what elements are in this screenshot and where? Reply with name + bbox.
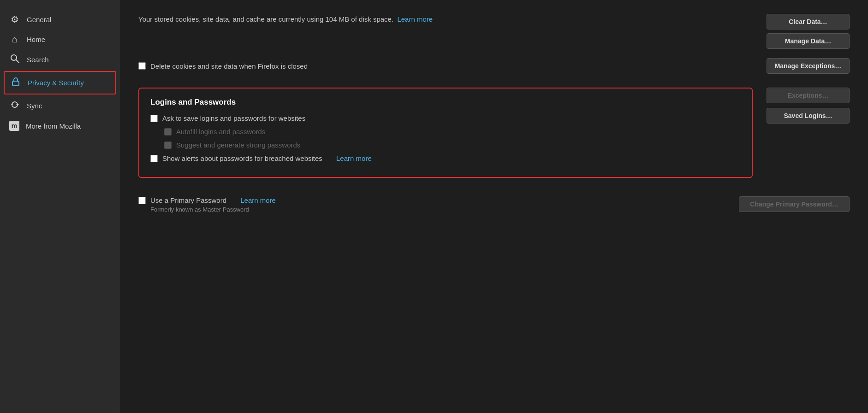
primary-password-left: Use a Primary Password Learn more Former… <box>138 196 276 213</box>
autofill-label: Autofill logins and passwords <box>176 128 265 136</box>
show-alerts-label[interactable]: Show alerts about passwords for breached… <box>162 154 322 162</box>
delete-cookies-checkbox-row: Delete cookies and site data when Firefo… <box>138 62 308 70</box>
suggest-label: Suggest and generate strong passwords <box>176 141 300 149</box>
home-icon: ⌂ <box>9 34 20 45</box>
manage-exceptions-button[interactable]: Manage Exceptions… <box>767 58 850 74</box>
primary-password-learn-more-link[interactable]: Learn more <box>240 196 276 204</box>
cookies-action-buttons: Clear Data… Manage Data… <box>757 14 850 49</box>
breached-learn-more-link[interactable]: Learn more <box>336 154 372 162</box>
main-content: Your stored cookies, site data, and cach… <box>120 0 868 413</box>
delete-cookies-row: Delete cookies and site data when Firefo… <box>138 58 850 74</box>
logins-action-buttons: Exceptions… Saved Logins… <box>753 88 850 124</box>
sidebar-item-general[interactable]: ⚙ General <box>0 9 120 30</box>
sidebar-item-label: More from Mozilla <box>26 122 81 130</box>
manage-data-button[interactable]: Manage Data… <box>767 33 850 49</box>
exceptions-button: Exceptions… <box>767 88 850 103</box>
suggest-checkbox <box>164 142 172 149</box>
sidebar-item-more-mozilla[interactable]: m More from Mozilla <box>0 116 120 136</box>
logins-section-title: Logins and Passwords <box>150 98 741 107</box>
logins-section-row: Logins and Passwords Ask to save logins … <box>138 88 850 189</box>
primary-password-checkbox[interactable] <box>138 197 146 204</box>
sidebar-item-label: Sync <box>27 102 42 110</box>
autofill-checkbox <box>164 128 172 136</box>
show-alerts-checkbox[interactable] <box>150 155 158 162</box>
show-alerts-row: Show alerts about passwords for breached… <box>150 154 741 162</box>
delete-cookies-label[interactable]: Delete cookies and site data when Firefo… <box>150 62 308 70</box>
ask-save-checkbox[interactable] <box>150 115 158 122</box>
svg-line-1 <box>16 60 19 63</box>
sidebar-item-search[interactable]: Search <box>0 49 120 70</box>
sidebar-item-privacy[interactable]: Privacy & Security <box>4 71 116 94</box>
sidebar-item-home[interactable]: ⌂ Home <box>0 30 120 49</box>
cookies-info-text: Your stored cookies, site data, and cach… <box>138 14 433 25</box>
autofill-row: Autofill logins and passwords <box>150 128 741 136</box>
change-primary-password-button: Change Primary Password… <box>739 196 850 212</box>
cookies-section: Your stored cookies, site data, and cach… <box>138 14 850 49</box>
logins-section: Logins and Passwords Ask to save logins … <box>138 88 753 178</box>
sync-icon <box>9 100 20 112</box>
sidebar-item-label: General <box>27 16 51 24</box>
lock-icon <box>10 77 21 89</box>
sidebar-item-sync[interactable]: Sync <box>0 95 120 116</box>
primary-password-row: Use a Primary Password Learn more <box>138 196 276 204</box>
sidebar: ⚙ General ⌂ Home Search Privacy & Securi… <box>0 0 120 413</box>
clear-data-button[interactable]: Clear Data… <box>767 14 850 30</box>
cookies-learn-more-link[interactable]: Learn more <box>397 15 433 23</box>
mozilla-icon: m <box>9 121 19 131</box>
svg-point-0 <box>11 55 17 60</box>
primary-password-section: Use a Primary Password Learn more Former… <box>138 196 850 213</box>
sidebar-item-label: Privacy & Security <box>28 79 84 87</box>
sidebar-item-label: Home <box>27 35 45 43</box>
delete-cookies-checkbox[interactable] <box>138 62 146 70</box>
ask-save-label[interactable]: Ask to save logins and passwords for web… <box>162 114 305 122</box>
sidebar-item-label: Search <box>27 56 49 64</box>
svg-rect-2 <box>12 81 19 86</box>
formerly-known-text: Formerly known as Master Password <box>138 206 276 213</box>
saved-logins-button[interactable]: Saved Logins… <box>767 108 850 124</box>
gear-icon: ⚙ <box>9 14 20 25</box>
ask-save-row: Ask to save logins and passwords for web… <box>150 114 741 122</box>
primary-password-label[interactable]: Use a Primary Password <box>150 196 226 204</box>
suggest-row: Suggest and generate strong passwords <box>150 141 741 149</box>
search-icon <box>9 54 20 65</box>
